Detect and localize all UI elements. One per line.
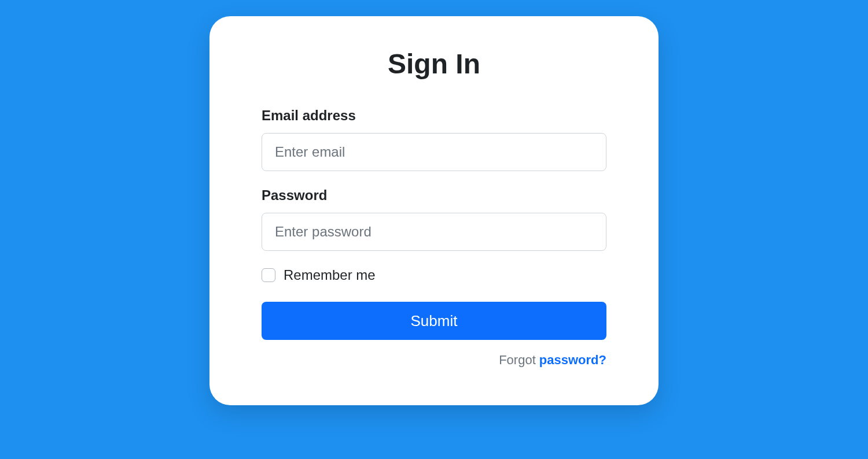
remember-label[interactable]: Remember me [284,267,376,283]
forgot-password-link[interactable]: password? [539,353,606,367]
password-label: Password [262,187,606,203]
forgot-prefix: Forgot [499,353,539,367]
email-group: Email address [262,108,606,171]
email-label: Email address [262,108,606,124]
sign-in-card: Sign In Email address Password Remember … [209,16,659,405]
submit-button[interactable]: Submit [262,302,606,340]
remember-checkbox[interactable] [262,268,275,282]
password-group: Password [262,187,606,251]
email-input[interactable] [262,133,606,171]
forgot-row: Forgot password? [262,353,606,368]
remember-row: Remember me [262,267,606,283]
card-title: Sign In [262,48,606,80]
password-input[interactable] [262,213,606,251]
